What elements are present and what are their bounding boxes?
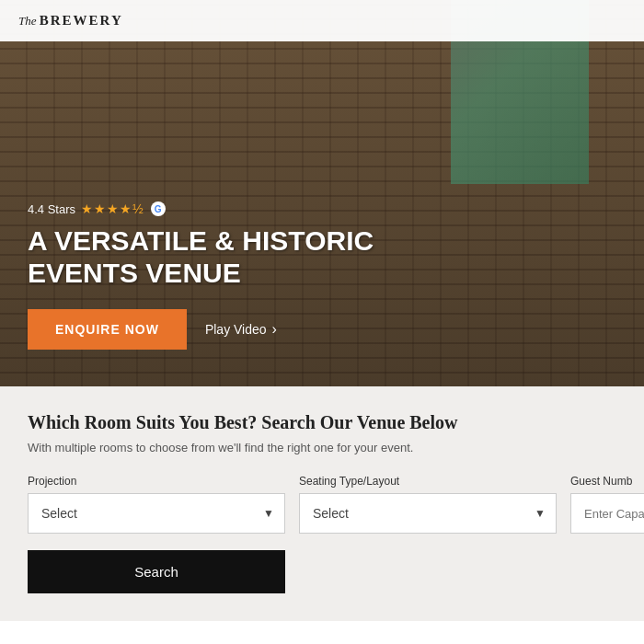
guest-label: Guest Numb [570,475,644,488]
hero-buttons: ENQUIRE NOW Play Video › [28,309,616,350]
logo-main: BREWERY [40,13,123,28]
projection-label: Projection [28,475,285,488]
hero-content: 4.4 Stars ★ ★ ★ ★ ½ G A VERSATILE & HIST… [0,0,644,386]
projection-field-group: Projection Select ▼ [28,475,285,534]
play-video-button[interactable]: Play Video › [205,321,277,338]
seating-label: Seating Type/Layout [299,475,557,488]
star-4: ★ [120,201,132,216]
play-video-label: Play Video [205,322,267,337]
search-fields: Projection Select ▼ Seating Type/Layout … [28,475,616,534]
logo-prefix: The [18,14,37,28]
hero-section: 4.4 Stars ★ ★ ★ ★ ½ G A VERSATILE & HIST… [0,0,644,386]
star-2: ★ [94,201,106,216]
guest-field-group: Guest Numb [570,475,644,534]
logo: The BREWERY [18,13,123,29]
header: The BREWERY [0,0,644,41]
seating-field-group: Seating Type/Layout Select ▼ [299,475,557,534]
stars: ★ ★ ★ ★ ½ [81,201,144,216]
search-title: Which Room Suits You Best? Search Our Ve… [28,412,616,433]
projection-select-wrapper: Select ▼ [28,493,285,534]
enquire-button[interactable]: ENQUIRE NOW [28,309,187,350]
play-chevron-icon: › [272,321,277,338]
star-3: ★ [107,201,119,216]
search-button[interactable]: Search [28,550,285,593]
rating-row: 4.4 Stars ★ ★ ★ ★ ½ G [28,201,616,216]
google-badge: G [151,201,166,216]
hero-title: A VERSATILE & HISTORIC EVENTS VENUE [28,225,377,289]
seating-select-wrapper: Select ▼ [299,493,557,534]
guest-input[interactable] [570,493,644,534]
star-half: ½ [132,201,144,216]
search-subtitle: With multiple rooms to choose from we'll… [28,441,616,454]
projection-select[interactable]: Select [28,493,285,534]
star-1: ★ [81,201,93,216]
rating-text: 4.4 Stars [28,202,75,216]
search-section: Which Room Suits You Best? Search Our Ve… [0,386,644,621]
search-bottom: Search [28,550,616,593]
seating-select[interactable]: Select [299,493,557,534]
